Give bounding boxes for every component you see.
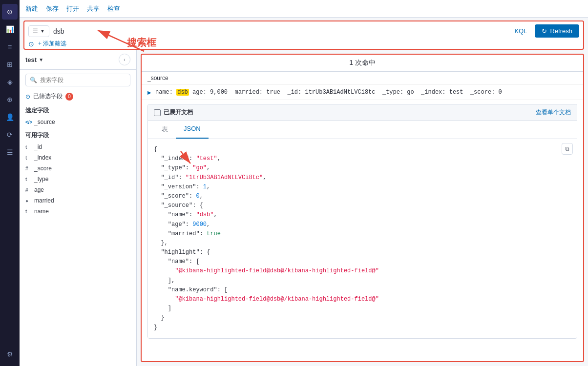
nav-icon-discover[interactable]: ≡ [2,39,18,55]
nav-icon-uptime[interactable]: ☰ [2,144,18,160]
checkbox-icon [154,109,161,116]
new-button[interactable]: 新建 [23,3,40,14]
nav-icon-canvas[interactable]: ⊞ [2,57,18,72]
highlight-dsb: dsb [176,89,189,96]
inspect-button[interactable]: 检查 [105,3,122,14]
nav-icon-settings[interactable]: ⚙ [2,346,18,362]
field-item-score[interactable]: # _score [20,163,136,174]
refresh-icon: ↻ [542,27,547,35]
chevron-down-icon: ▼ [39,57,43,62]
source-field-type-icon: </> [25,120,31,125]
top-toolbar: 新建 保存 打开 共享 检查 [20,0,588,18]
filter-icon: ⊙ [25,93,30,100]
content-body: test ▼ ‹ 🔍 ⊙ 已筛选字段 0 选定字段 </> _source 可用… [20,50,588,366]
sidebar-header: test ▼ ‹ [20,50,136,70]
filtered-count-badge: 0 [65,93,73,101]
left-navigation: ⊙ 📊 ≡ ⊞ ◈ ⊕ 👤 ⟳ ☰ ⚙ [0,0,20,366]
hit-content: name: dsb age: 9,000 married: true _id: … [155,89,577,96]
field-item-age[interactable]: # age [20,184,136,195]
main-content: 新建 保存 打开 共享 检查 ☰ ▼ dsb KQL ↻ Refresh ⊙ +… [20,0,588,366]
save-button[interactable]: 保存 [44,3,61,14]
json-view: ⧉ { "_index": "test", "_type": "go", "_i… [148,139,577,338]
search-type-button[interactable]: ☰ ▼ [28,25,49,37]
main-panel: 1 次命中 _source ▶ name: dsb age: 9,000 mar… [137,50,588,366]
collapse-sidebar-button[interactable]: ‹ [119,54,130,65]
search-input[interactable]: dsb [53,27,507,35]
field-item-married[interactable]: ● married [20,195,136,206]
filter-row: ⊙ + 添加筛选 [28,38,579,48]
nav-icon-user[interactable]: 👤 [2,109,18,125]
available-fields-label: 可用字段 [20,127,136,142]
kql-button[interactable]: KQL [510,25,531,37]
field-item-name[interactable]: t name [20,206,136,217]
field-item-index[interactable]: t _index [20,152,136,163]
field-item-type[interactable]: t _type [20,174,136,184]
view-single-button[interactable]: 查看单个文档 [536,108,571,117]
chevron-down-icon: ▼ [40,28,45,34]
source-field-name: _source [34,119,55,125]
tab-table[interactable]: 表 [154,121,176,139]
nav-icon-dashboard[interactable]: 📊 [2,21,18,37]
expanded-header: 已展开文档 查看单个文档 [148,104,577,121]
expand-icon[interactable]: ▶ [147,90,151,95]
selected-fields-label: 选定字段 [20,102,136,117]
expanded-title: 已展开文档 [154,108,193,117]
source-field-item[interactable]: </> _source [20,117,136,127]
field-item-id[interactable]: t _id [20,142,136,152]
hit-row: ▶ name: dsb age: 9,000 married: true _id… [142,85,583,100]
open-button[interactable]: 打开 [64,3,81,14]
tab-json[interactable]: JSON [176,121,209,139]
filtered-section: ⊙ 已筛选字段 0 [20,90,136,102]
nav-icon-maps[interactable]: ◈ [2,74,18,90]
results-header: 1 次命中 [142,55,583,72]
doc-icon: ☰ [33,28,38,35]
results-panel: 1 次命中 _source ▶ name: dsb age: 9,000 mar… [141,54,584,362]
nav-icon-apm[interactable]: ⟳ [2,127,18,142]
nav-icon-home[interactable]: ⊙ [2,4,18,20]
nav-icon-ml[interactable]: ⊕ [2,92,18,107]
search-field-container: 🔍 [25,74,130,86]
share-button[interactable]: 共享 [85,3,102,14]
refresh-button[interactable]: ↻ Refresh [535,24,579,38]
source-label: _source [142,72,583,85]
tab-bar: 表 JSON [148,121,577,139]
add-filter-button[interactable]: + 添加筛选 [38,40,66,48]
filter-icon: ⊙ [28,40,34,48]
search-field-input[interactable] [40,77,126,83]
search-field-icon: 🔍 [30,77,37,83]
index-name: test ▼ [25,56,43,63]
sidebar: test ▼ ‹ 🔍 ⊙ 已筛选字段 0 选定字段 </> _source 可用… [20,50,137,366]
copy-button[interactable]: ⧉ [562,143,573,155]
expanded-doc: 已展开文档 查看单个文档 表 JSON ⧉ { "_index": "test"… [147,104,577,339]
